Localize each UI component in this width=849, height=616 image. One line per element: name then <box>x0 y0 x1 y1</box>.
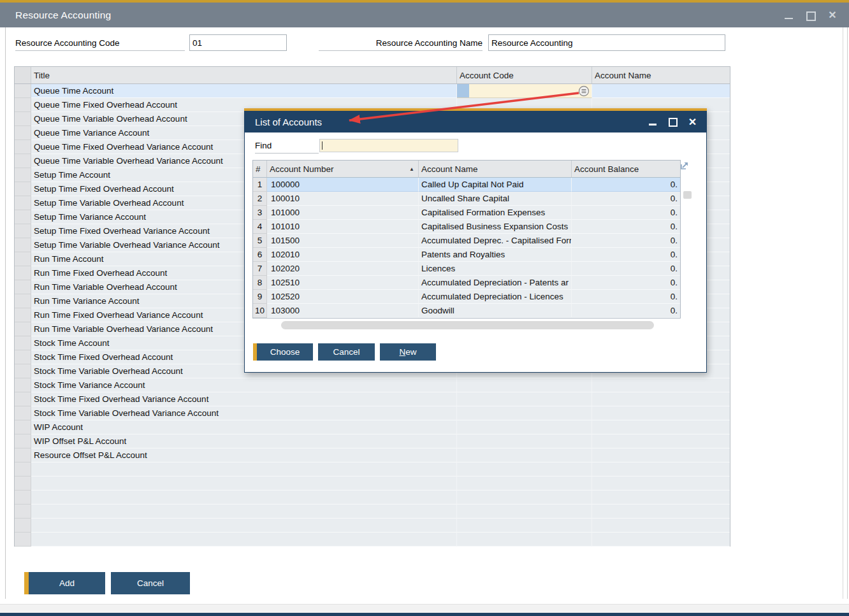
row-header-cell[interactable] <box>15 126 31 140</box>
account-code-cell[interactable] <box>457 519 592 533</box>
row-header-cell[interactable] <box>15 294 31 308</box>
row-number-cell[interactable]: 7 <box>253 262 267 276</box>
row-header-cell[interactable] <box>15 238 31 252</box>
window-scrollbar-track[interactable] <box>843 27 843 599</box>
row-header-cell[interactable] <box>15 519 31 533</box>
row-header-cell[interactable] <box>15 378 31 392</box>
choose-button[interactable]: Choose <box>253 343 313 361</box>
table-row[interactable]: WIP Account <box>15 420 730 434</box>
row-header-cell[interactable] <box>15 224 31 238</box>
empty-table-row[interactable] <box>15 533 730 547</box>
account-list-row[interactable]: 6102010Patents and Royalties0. <box>253 248 680 262</box>
account-name-cell[interactable]: Capitalised Formation Expenses <box>419 206 572 220</box>
account-name-cell[interactable]: Licences <box>419 262 572 276</box>
close-icon[interactable]: ✕ <box>827 10 838 20</box>
account-number-cell[interactable]: 102010 <box>267 248 419 262</box>
row-number-cell[interactable]: 9 <box>253 290 267 304</box>
account-balance-cell[interactable]: 0. <box>572 290 680 304</box>
account-balance-cell[interactable]: 0. <box>572 262 680 276</box>
account-list-row[interactable]: 10103000Goodwill0. <box>253 304 680 318</box>
row-header-cell[interactable] <box>15 308 31 322</box>
account-balance-cell[interactable]: 0. <box>572 248 680 262</box>
row-header-cell[interactable] <box>15 266 31 280</box>
account-name-cell[interactable] <box>592 448 730 462</box>
table-row[interactable]: Resource Offset P&L Account <box>15 448 730 462</box>
row-header-cell[interactable] <box>15 476 31 491</box>
row-header-cell[interactable] <box>15 210 31 224</box>
account-number-cell[interactable]: 102520 <box>267 290 419 304</box>
row-number-cell[interactable]: 2 <box>253 192 267 206</box>
account-code-cell[interactable] <box>457 505 592 519</box>
account-balance-cell[interactable]: 0. <box>572 220 680 234</box>
table-row[interactable]: Stock Time Variable Overhead Variance Ac… <box>15 406 730 420</box>
row-header-cell[interactable] <box>15 322 31 336</box>
account-name-cell[interactable] <box>592 505 730 519</box>
account-name-cell[interactable] <box>592 434 730 448</box>
table-row[interactable]: Queue Time Account <box>15 84 730 98</box>
account-name-cell[interactable]: Accumulated Depreciation - Patents ar <box>419 276 572 290</box>
row-header-cell[interactable] <box>15 491 31 505</box>
maximize-icon[interactable] <box>806 10 816 20</box>
row-header-cell[interactable] <box>15 196 31 210</box>
table-row[interactable]: WIP Offset P&L Account <box>15 434 730 448</box>
column-header-account-number[interactable]: Account Number ▲ <box>267 161 419 177</box>
account-name-cell[interactable] <box>592 462 730 476</box>
account-name-cell[interactable]: Patents and Royalties <box>419 248 572 262</box>
account-number-cell[interactable]: 103000 <box>267 304 419 318</box>
account-code-cell[interactable] <box>457 392 592 406</box>
empty-table-row[interactable] <box>15 462 730 476</box>
account-balance-cell[interactable]: 0. <box>572 234 680 248</box>
dialog-maximize-icon[interactable] <box>668 117 678 127</box>
account-name-cell[interactable]: Goodwill <box>419 304 572 318</box>
account-code-cell[interactable] <box>457 420 592 434</box>
dialog-close-icon[interactable]: ✕ <box>688 117 697 127</box>
row-number-cell[interactable]: 8 <box>253 276 267 290</box>
account-name-cell[interactable] <box>592 476 730 491</box>
account-list-row[interactable]: 7102020Licences0. <box>253 262 680 276</box>
column-header-account-code[interactable]: Account Code <box>457 67 592 83</box>
resource-accounting-code-input[interactable] <box>189 34 287 51</box>
account-number-cell[interactable]: 101010 <box>267 220 419 234</box>
account-list-row[interactable]: 5101500Accumulated Deprec. - Capitalised… <box>253 234 680 248</box>
account-code-cell[interactable] <box>457 476 592 491</box>
account-code-cell[interactable] <box>457 533 592 547</box>
account-code-cell[interactable] <box>457 378 592 392</box>
column-header-account-name[interactable]: Account Name <box>592 67 730 83</box>
row-header-cell[interactable] <box>15 350 31 364</box>
empty-table-row[interactable] <box>15 505 730 519</box>
table-row[interactable]: Stock Time Variance Account <box>15 378 730 392</box>
account-number-cell[interactable]: 101000 <box>267 206 419 220</box>
account-name-cell[interactable] <box>592 406 730 420</box>
account-name-cell[interactable]: Accumulated Depreciation - Licences <box>419 290 572 304</box>
row-header-cell[interactable] <box>15 112 31 126</box>
account-number-cell[interactable]: 101500 <box>267 234 419 248</box>
account-name-cell[interactable] <box>592 491 730 505</box>
resource-accounting-name-input[interactable] <box>488 34 725 51</box>
row-header-cell[interactable] <box>15 420 31 434</box>
account-list-row[interactable]: 4101010Capitalised Business Expansion Co… <box>253 220 680 234</box>
find-input[interactable] <box>319 139 458 152</box>
account-balance-cell[interactable]: 0. <box>572 178 680 192</box>
cancel-button[interactable]: Cancel <box>111 572 190 594</box>
row-header-cell[interactable] <box>15 533 31 547</box>
column-header-account-name[interactable]: Account Name <box>419 161 572 177</box>
row-header-cell[interactable] <box>15 364 31 378</box>
account-code-cell[interactable] <box>457 448 592 462</box>
column-header-num[interactable]: # <box>253 161 267 177</box>
account-name-cell[interactable] <box>592 420 730 434</box>
horizontal-scrollbar[interactable] <box>281 321 654 329</box>
row-header-cell[interactable] <box>15 336 31 350</box>
row-header-cell[interactable] <box>15 448 31 462</box>
row-header-cell[interactable] <box>15 168 31 182</box>
account-list-row[interactable]: 9102520Accumulated Depreciation - Licenc… <box>253 290 680 304</box>
account-name-cell[interactable] <box>592 378 730 392</box>
account-list-row[interactable]: 2100010Uncalled Share Capital0. <box>253 192 680 206</box>
row-header-cell[interactable] <box>15 462 31 476</box>
account-number-cell[interactable]: 102510 <box>267 276 419 290</box>
account-name-cell[interactable]: Accumulated Deprec. - Capitalised Forr <box>419 234 572 248</box>
account-name-cell[interactable]: Called Up Capital Not Paid <box>419 178 572 192</box>
account-code-cell[interactable] <box>457 406 592 420</box>
account-name-cell[interactable] <box>592 533 730 547</box>
minimize-icon[interactable] <box>784 10 794 20</box>
account-balance-cell[interactable]: 0. <box>572 304 680 318</box>
